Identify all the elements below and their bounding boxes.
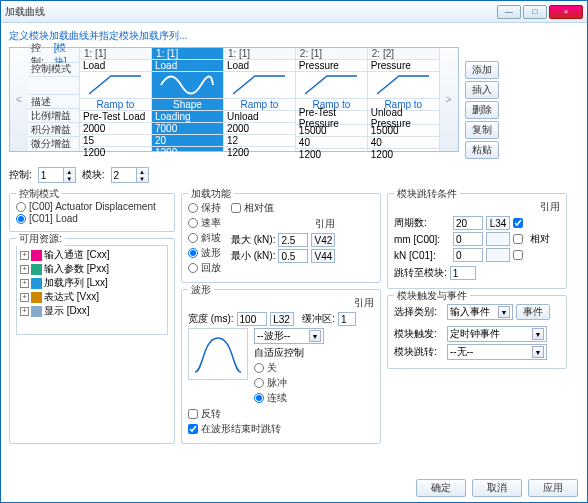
card-header: 2: [1] (296, 48, 367, 60)
module-card[interactable]: 1: [1] Load Shape Loading 7000 20 1200 (152, 48, 224, 151)
paste-button[interactable]: 粘贴 (465, 141, 499, 159)
group-title: 波形 (188, 283, 214, 297)
lbl-width: 宽度 (ms): (188, 312, 234, 326)
module-card[interactable]: 1: [1] Load Ramp to Pre-Test Load 2000 1… (80, 48, 152, 151)
node-icon (31, 264, 42, 275)
close-button[interactable]: × (549, 5, 583, 19)
width-input[interactable] (237, 312, 267, 326)
wave-select[interactable]: --波形--▼ (254, 328, 324, 344)
expand-icon[interactable]: + (20, 265, 29, 274)
module-card[interactable]: 1: [1] Load Ramp to Unload 2000 12 1200 (224, 48, 296, 151)
lbl-mode: 控制模式 (28, 63, 80, 77)
node-icon (31, 292, 42, 303)
card-header: 1: [1] (80, 48, 151, 60)
add-button[interactable]: 添加 (465, 61, 499, 79)
ok-button[interactable]: 确定 (416, 479, 466, 497)
radio-rate[interactable]: 速率 (188, 216, 221, 230)
trigger-select[interactable]: 定时钟事件▼ (447, 326, 547, 342)
max-ref[interactable]: V42 (311, 233, 335, 247)
tree-node[interactable]: +表达式 [Vxx] (19, 290, 165, 304)
card-v1: 15000 (296, 125, 367, 137)
scroll-left-button[interactable]: < (10, 48, 28, 151)
card-mode: Load (224, 60, 295, 72)
radio-pulse[interactable]: 脉冲 (254, 376, 324, 390)
chk-relative[interactable]: 相对值 (231, 201, 335, 215)
card-curve (368, 72, 439, 99)
node-icon (31, 278, 42, 289)
lbl-k2: 积分增益 (28, 123, 80, 137)
insert-button[interactable]: 插入 (465, 81, 499, 99)
module-card[interactable]: 2: [2] Pressure Ramp to Unload Pressure … (368, 48, 440, 151)
card-header: 1: [1] (152, 48, 223, 60)
mm-input[interactable] (453, 232, 483, 246)
tree-node[interactable]: +输入参数 [Pxx] (19, 262, 165, 276)
chk-mm[interactable] (513, 234, 523, 244)
group-jump-cond: 模块跳转条件 引用 周期数:L34 mm [C00]:相对 kN [C01]: … (387, 193, 567, 289)
period-input[interactable] (453, 216, 483, 230)
lbl-k3: 微分增益 (28, 137, 80, 151)
radio-off[interactable]: 关 (254, 361, 324, 375)
type-select[interactable]: 输入事件▼ (447, 304, 513, 320)
radio-hold[interactable]: 保持 (188, 201, 221, 215)
period-ref[interactable]: L34 (486, 216, 510, 230)
lbl-period: 周期数: (394, 216, 450, 230)
tree-node[interactable]: +显示 [Dxx] (19, 304, 165, 318)
jmpto-input[interactable] (450, 266, 476, 280)
radio-cont[interactable]: 连续 (254, 391, 324, 405)
expand-icon[interactable]: + (20, 251, 29, 260)
control-value[interactable] (38, 167, 64, 183)
lbl-trig: 模块触发: (394, 327, 444, 341)
min-input[interactable] (278, 249, 308, 263)
expand-icon[interactable]: + (20, 279, 29, 288)
kn-input[interactable] (453, 248, 483, 262)
node-icon (31, 306, 42, 317)
minimize-button[interactable]: — (497, 5, 521, 19)
delete-button[interactable]: 删除 (465, 101, 499, 119)
cancel-button[interactable]: 取消 (472, 479, 522, 497)
card-v2: 12 (224, 135, 295, 147)
min-ref[interactable]: V44 (311, 249, 335, 263)
maximize-button[interactable]: □ (523, 5, 547, 19)
max-input[interactable] (278, 233, 308, 247)
card-v2: 40 (368, 137, 439, 149)
chk-reverse[interactable]: 反转 (188, 407, 374, 421)
card-v3: 1200 (80, 147, 151, 158)
radio-c01[interactable]: [C01] Load (16, 213, 168, 224)
chk-period[interactable] (513, 218, 523, 228)
chk-kn[interactable] (513, 250, 523, 260)
card-name: Ramp to (224, 99, 295, 111)
tree-node[interactable]: +加载序列 [Lxx] (19, 276, 165, 290)
copy-button[interactable]: 复制 (465, 121, 499, 139)
mm-ref[interactable] (486, 232, 510, 246)
resource-tree[interactable]: +输入通道 [Cxx]+输入参数 [Pxx]+加载序列 [Lxx]+表达式 [V… (16, 245, 168, 335)
expand-icon[interactable]: + (20, 307, 29, 316)
card-desc: Unload Pressure (368, 111, 439, 125)
expand-icon[interactable]: + (20, 293, 29, 302)
svg-rect-1 (31, 264, 42, 275)
lbl-ref: 引用 (231, 217, 335, 231)
radio-c00[interactable]: [C00] Actuator Displacement (16, 201, 168, 212)
node-label: 输入参数 [Pxx] (44, 262, 109, 276)
radio-play[interactable]: 回放 (188, 261, 221, 275)
control-spinner[interactable]: ▲▼ (38, 167, 76, 183)
card-mode: Pressure (296, 60, 367, 72)
kn-ref[interactable] (486, 248, 510, 262)
module-spinner[interactable]: ▲▼ (111, 167, 149, 183)
chk-jump-end[interactable]: 在波形结束时跳转 (188, 422, 374, 436)
width-ref[interactable]: L32 (270, 312, 294, 326)
card-curve (296, 72, 367, 99)
apply-button[interactable]: 应用 (528, 479, 578, 497)
event-button[interactable]: 事件 (516, 304, 550, 320)
group-trigger: 模块触发与事件 选择类别:输入事件▼事件 模块触发:定时钟事件▼ 模块跳转:--… (387, 295, 567, 369)
lbl-k1: 比例增益 (28, 109, 80, 123)
card-mode: Load (80, 60, 151, 72)
module-card[interactable]: 2: [1] Pressure Ramp to Pre-Test Pressur… (296, 48, 368, 151)
buf-input[interactable] (338, 312, 356, 326)
jump-select[interactable]: --无--▼ (447, 344, 547, 360)
tree-node[interactable]: +输入通道 [Cxx] (19, 248, 165, 262)
module-value[interactable] (111, 167, 137, 183)
card-name: Ramp to (80, 99, 151, 111)
radio-ramp[interactable]: 斜坡 (188, 231, 221, 245)
scroll-right-button[interactable]: > (440, 48, 458, 151)
radio-wave[interactable]: 波形 (188, 246, 221, 260)
